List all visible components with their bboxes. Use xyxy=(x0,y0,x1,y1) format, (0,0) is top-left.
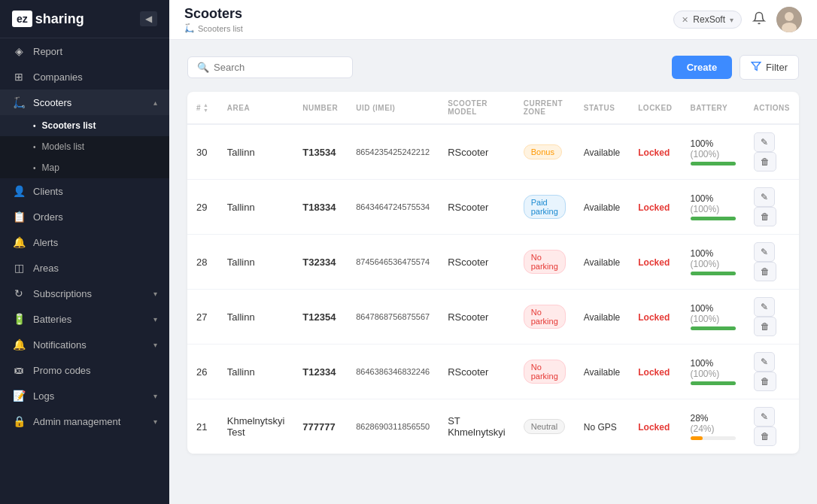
create-button[interactable]: Create xyxy=(672,56,732,79)
notifications-button[interactable] xyxy=(749,8,769,31)
areas-icon: ◫ xyxy=(12,262,26,274)
cell-uid: 8643464724575534 xyxy=(347,180,439,235)
table-row: 28 Tallinn T32334 8745646536475574 RScoo… xyxy=(187,235,799,290)
cell-area: Tallinn xyxy=(218,180,294,235)
cell-locked: Locked xyxy=(629,290,681,345)
delete-button[interactable]: 🗑 xyxy=(754,317,776,336)
edit-button[interactable]: ✎ xyxy=(754,297,775,317)
search-box[interactable]: 🔍 xyxy=(187,56,353,78)
scooters-icon: 🛴 xyxy=(12,96,26,108)
page-title: Scooters xyxy=(184,6,673,22)
sub-item-label: Models list xyxy=(42,141,85,152)
sidebar-item-admin[interactable]: 🔒 Admin management ▾ xyxy=(0,408,169,434)
edit-button[interactable]: ✎ xyxy=(754,132,775,152)
org-selector[interactable]: ✕ RexSoft ▾ xyxy=(673,11,742,29)
cell-model: RScooter xyxy=(439,124,515,180)
col-model: SCOOTERMODEL xyxy=(439,92,515,124)
promo-icon: 🎟 xyxy=(12,364,26,376)
chevron-down-icon: ▾ xyxy=(153,417,157,426)
filter-button[interactable]: Filter xyxy=(740,55,799,80)
topbar: Scooters 🛴 Scooters list ✕ RexSoft ▾ xyxy=(169,0,817,40)
cell-zone: No parking xyxy=(515,290,575,345)
sidebar-item-label: Alerts xyxy=(33,237,58,248)
sidebar-item-map[interactable]: Map xyxy=(0,157,169,178)
delete-button[interactable]: 🗑 xyxy=(754,152,776,172)
col-actions: ACTIONS xyxy=(745,92,800,124)
notifications-icon: 🔔 xyxy=(12,339,26,351)
chevron-down-icon: ▾ xyxy=(730,16,733,24)
org-name: RexSoft xyxy=(693,14,725,25)
locked-status: Locked xyxy=(638,257,670,268)
sidebar-item-orders[interactable]: 📋 Orders xyxy=(0,204,169,229)
cell-area: Tallinn xyxy=(218,345,294,399)
col-status: STATUS xyxy=(575,92,629,124)
sidebar-toggle-button[interactable]: ◀ xyxy=(140,11,157,26)
edit-button[interactable]: ✎ xyxy=(754,352,775,372)
battery-percent: 28%(24%) xyxy=(691,413,736,434)
battery-bar-bg xyxy=(691,326,736,330)
status-text: Available xyxy=(584,147,620,158)
battery-bar-fill xyxy=(691,217,736,220)
chevron-up-icon: ▴ xyxy=(153,99,157,107)
cell-battery: 28%(24%) xyxy=(682,399,745,454)
breadcrumb: 🛴 Scooters list xyxy=(184,23,673,33)
battery-percent: 100%(100%) xyxy=(691,303,736,324)
cell-number: T12354 xyxy=(293,290,347,345)
cell-status: Available xyxy=(575,290,629,345)
status-text: No GPS xyxy=(584,422,617,433)
sidebar-item-label: Clients xyxy=(33,186,63,197)
sidebar-item-notifications[interactable]: 🔔 Notifications ▾ xyxy=(0,332,169,357)
zone-badge: Bonus xyxy=(524,144,562,159)
sidebar-item-report[interactable]: ◈ Report xyxy=(0,38,169,64)
breadcrumb-label: Scooters list xyxy=(198,24,243,33)
user-avatar[interactable] xyxy=(776,7,802,32)
edit-button[interactable]: ✎ xyxy=(754,407,775,427)
sidebar-item-subscriptions[interactable]: ↻ Subscriptions ▾ xyxy=(0,281,169,306)
sidebar-item-alerts[interactable]: 🔔 Alerts xyxy=(0,229,169,255)
cell-num: 30 xyxy=(187,124,218,180)
delete-button[interactable]: 🗑 xyxy=(754,262,776,281)
zone-badge: No parking xyxy=(524,360,566,384)
cell-model: RScooter xyxy=(439,235,515,290)
cell-number: 777777 xyxy=(293,399,347,454)
col-zone: CURRENTZONE xyxy=(515,92,575,124)
delete-button[interactable]: 🗑 xyxy=(754,207,776,226)
col-uid: UID (IMEI) xyxy=(347,92,439,124)
org-close-icon[interactable]: ✕ xyxy=(682,15,688,25)
cell-actions: ✎ 🗑 xyxy=(745,345,800,399)
search-input[interactable] xyxy=(214,62,343,73)
status-text: Available xyxy=(584,257,620,268)
chevron-down-icon: ▾ xyxy=(153,290,157,298)
sidebar-item-scooters[interactable]: 🛴 Scooters ▴ xyxy=(0,90,169,115)
sidebar-item-logs[interactable]: 📝 Logs ▾ xyxy=(0,383,169,408)
edit-button[interactable]: ✎ xyxy=(754,187,775,207)
battery-bar-fill xyxy=(691,326,736,330)
col-number: NUMBER xyxy=(293,92,347,124)
sidebar-item-promo-codes[interactable]: 🎟 Promo codes xyxy=(0,357,169,383)
sidebar-item-areas[interactable]: ◫ Areas xyxy=(0,255,169,281)
batteries-icon: 🔋 xyxy=(12,313,26,325)
chevron-down-icon: ▾ xyxy=(153,341,157,349)
zone-badge: Paid parking xyxy=(524,195,566,219)
battery-percent: 100%(100%) xyxy=(691,193,736,214)
cell-uid: 8745646536475574 xyxy=(347,235,439,290)
battery-percent: 100%(100%) xyxy=(691,138,736,159)
sidebar-item-scooters-list[interactable]: Scooters list xyxy=(0,115,169,136)
col-num[interactable]: # ▲▼ xyxy=(196,102,209,113)
cell-number: T13534 xyxy=(293,124,347,180)
sidebar-item-models-list[interactable]: Models list xyxy=(0,136,169,157)
cell-model: ST Khmelnytskyi xyxy=(439,399,515,454)
delete-button[interactable]: 🗑 xyxy=(754,372,776,391)
edit-button[interactable]: ✎ xyxy=(754,242,775,262)
cell-num: 28 xyxy=(187,235,218,290)
cell-num: 26 xyxy=(187,345,218,399)
sidebar-item-batteries[interactable]: 🔋 Batteries ▾ xyxy=(0,306,169,332)
sidebar-item-clients[interactable]: 👤 Clients xyxy=(0,178,169,204)
cell-num: 27 xyxy=(187,290,218,345)
sidebar-item-companies[interactable]: ⊞ Companies xyxy=(0,64,169,90)
delete-button[interactable]: 🗑 xyxy=(754,427,776,446)
cell-actions: ✎ 🗑 xyxy=(745,399,800,454)
cell-actions: ✎ 🗑 xyxy=(745,180,800,235)
zone-badge: Neutral xyxy=(524,419,565,434)
sub-item-label: Map xyxy=(42,162,59,173)
